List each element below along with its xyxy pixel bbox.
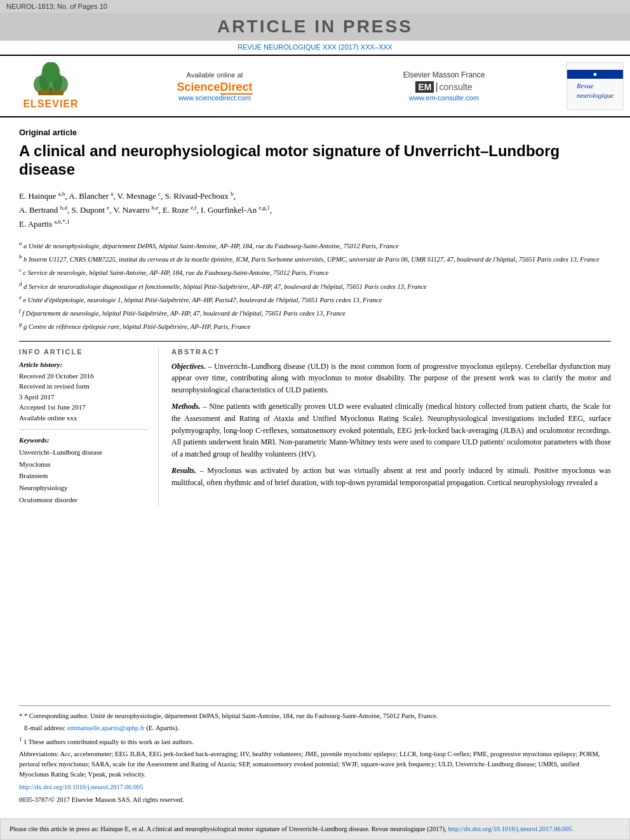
methods-label: Methods.: [171, 402, 201, 411]
keywords-label: Keywords:: [19, 436, 148, 444]
two-col-section: INFO ARTICLE Article history: Received 2…: [19, 348, 611, 506]
keyword-3: Brainstem: [19, 470, 148, 482]
article-in-press-banner: ARTICLE IN PRESS: [0, 13, 630, 41]
objectives-text: – Unverricht–Lundborg disease (ULD) is t…: [171, 362, 611, 394]
email-link[interactable]: emmanuelle.apartis@aphp.fr: [67, 724, 145, 731]
corresponding-author: * * Corresponding author. Unité de neuro…: [19, 711, 611, 721]
journal-title-bar: REVUE NEUROLOGIQUE XXX (2017) XXX–XXX: [0, 41, 630, 56]
elsevier-brand-text: ELSEVIER: [23, 98, 78, 110]
keyword-5: Oculomotor disorder: [19, 494, 148, 506]
footnote1: 1 1 These authors contributed equally to…: [19, 735, 611, 747]
footer-notes: * * Corresponding author. Unité de neuro…: [19, 705, 611, 813]
page-wrapper: NEUROL-1813; No. of Pages 10 ARTICLE IN …: [0, 0, 630, 840]
em-text: EM: [415, 81, 434, 93]
objectives-label: Objectives.: [171, 362, 206, 371]
copyright-line: 0035-3787/© 2017 Elsevier Masson SAS. Al…: [19, 795, 611, 805]
keyword-1: Unverricht–Lundborg disease: [19, 446, 148, 458]
citation-link[interactable]: http://dx.doi.org/10.1016/j.neurol.2017.…: [448, 825, 573, 832]
doi-link[interactable]: http://dx.doi.org/10.1016/j.neurol.2017.…: [19, 782, 611, 792]
online-info: Available online at ScienceDirect www.sc…: [102, 62, 560, 110]
em-consulte-logo: EM | consulte: [403, 81, 485, 93]
elsevier-logo: ELSEVIER: [6, 62, 95, 110]
history-label: Article history:: [19, 361, 148, 368]
abbreviations: Abbreviations: Acc, accelerometer; EEG J…: [19, 749, 611, 780]
sciencedirect-block: Available online at ScienceDirect www.sc…: [177, 71, 253, 102]
em-url[interactable]: www.em-consulte.com: [403, 94, 485, 102]
available-text: Available online at: [177, 71, 253, 79]
received2b: 3 April 2017: [19, 392, 148, 403]
keyword-2: Myoclonus: [19, 458, 148, 470]
received2: Received in revised form: [19, 381, 148, 392]
consulte-text: consulte: [439, 82, 473, 92]
top-bar: NEUROL-1813; No. of Pages 10: [0, 0, 630, 13]
revue-blue-bar: ■: [567, 70, 623, 79]
info-divider: [19, 429, 148, 430]
email-address: E-mail address: emmanuelle.apartis@aphp.…: [19, 723, 611, 733]
sciencedirect-url[interactable]: www.sciencedirect.com: [177, 94, 253, 102]
citation-text: Please cite this article in press as: Ha…: [10, 825, 446, 832]
abstract-heading: ABSTRACT: [171, 348, 611, 356]
abstract-text: Objectives. – Unverricht–Lundborg diseas…: [171, 361, 611, 489]
elsevier-masson-text: Elsevier Masson France: [403, 70, 485, 79]
article-type: Original article: [19, 128, 611, 137]
methods-text: – Nine patients with genetically proven …: [171, 402, 611, 458]
available-online: Available online xxx: [19, 413, 148, 423]
results-label: Results.: [171, 466, 196, 475]
publisher-header: ELSEVIER Available online at ScienceDire…: [0, 56, 630, 117]
revue-logo-box: ■ Revueneurologique: [566, 62, 624, 110]
em-consulte-block: Elsevier Masson France EM | consulte www…: [403, 70, 485, 102]
authors: E. Hainque a,b, A. Blancher a, V. Mesnag…: [19, 189, 611, 232]
article-id: NEUROL-1813; No. of Pages 10: [6, 3, 107, 10]
article-content: Original article A clinical and neurophy…: [0, 117, 630, 699]
citation-box: Please cite this article in press as: Ha…: [0, 818, 630, 840]
sciencedirect-logo: ScienceDirect: [177, 81, 253, 94]
results-text: – Myoclonus was activated by action but …: [171, 466, 611, 487]
revue-logo-text: Revueneurologique: [574, 79, 616, 102]
article-title: A clinical and neurophysiological motor …: [19, 142, 611, 179]
elsevier-tree-icon: [22, 62, 79, 97]
abstract-col: ABSTRACT Objectives. – Unverricht–Lundbo…: [171, 348, 611, 506]
info-col: INFO ARTICLE Article history: Received 2…: [19, 348, 159, 506]
affiliations: a a Unité de neurophysiologie, départeme…: [19, 239, 611, 332]
info-heading: INFO ARTICLE: [19, 348, 148, 356]
accepted-date: Accepted 1st June 2017: [19, 402, 148, 413]
pipe-icon: |: [435, 81, 438, 93]
divider-line: [19, 341, 611, 342]
received1: Received 20 October 2016: [19, 371, 148, 382]
svg-point-4: [42, 62, 60, 82]
keyword-4: Neurophysiology: [19, 482, 148, 494]
